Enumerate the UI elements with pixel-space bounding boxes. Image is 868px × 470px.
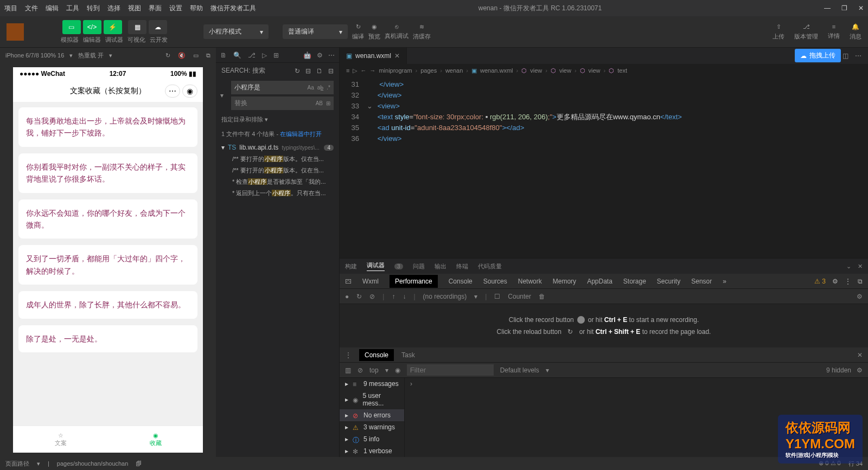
- split-icon[interactable]: ◫: [843, 52, 848, 60]
- device-selector[interactable]: iPhone 6/7/8 100% 16: [5, 52, 64, 59]
- popout-icon[interactable]: ⧉: [206, 52, 210, 59]
- menu-item[interactable]: 帮助: [190, 4, 203, 13]
- menu-item[interactable]: 编辑: [46, 4, 59, 13]
- tab-console[interactable]: Console: [449, 278, 473, 285]
- record-icon[interactable]: ●: [345, 293, 349, 300]
- tab-wxml[interactable]: Wxml: [362, 278, 379, 285]
- console-filter-row[interactable]: ▸1 verbose: [340, 445, 404, 457]
- file-tab[interactable]: ▣ wenan.wxml ✕: [340, 48, 407, 64]
- avatar[interactable]: [7, 23, 24, 41]
- text-card[interactable]: 每当我勇敢地走出一步，上帝就会及时慷慨地为我，铺好下一步下坡路。: [18, 107, 197, 147]
- mute-icon[interactable]: 🔇: [178, 52, 186, 59]
- close-panel-icon[interactable]: ✕: [858, 263, 863, 270]
- more-tabs-icon[interactable]: »: [723, 278, 726, 285]
- search-input[interactable]: 小程序是Aaab̲.*: [231, 81, 334, 94]
- files-icon[interactable]: 🗎: [220, 51, 227, 59]
- preview-icon[interactable]: ◉: [372, 23, 377, 30]
- code-editor[interactable]: 313233343536 ⌄ </view> </view> <view> <t…: [340, 77, 868, 258]
- dock-icon[interactable]: ⧉: [858, 278, 863, 285]
- kebab-icon[interactable]: ⋮: [845, 278, 851, 285]
- menu-item[interactable]: 文件: [25, 4, 38, 13]
- simulator-button[interactable]: ▭: [62, 20, 81, 34]
- search-options[interactable]: 指定目录和排除 ▾: [216, 112, 339, 127]
- console-filter-row[interactable]: ▸5 info: [340, 433, 404, 445]
- compile-dropdown[interactable]: 普通编译▾: [283, 24, 348, 39]
- tab-build[interactable]: 构建: [345, 262, 357, 271]
- tab-task[interactable]: Task: [401, 351, 415, 359]
- context-dropdown[interactable]: top: [369, 366, 379, 374]
- menu-item[interactable]: 项目: [4, 4, 17, 13]
- version-icon[interactable]: ⎇: [803, 23, 810, 30]
- list-icon[interactable]: ≡: [346, 67, 349, 74]
- close-icon[interactable]: ✕: [858, 4, 864, 12]
- mode-dropdown[interactable]: 小程序模式▾: [203, 24, 269, 39]
- menu-item[interactable]: 选择: [107, 4, 120, 13]
- tab-sensor[interactable]: Sensor: [691, 278, 712, 285]
- recordings-dropdown[interactable]: (no recordings): [423, 293, 467, 300]
- download-icon[interactable]: ↓: [403, 293, 406, 300]
- more-icon[interactable]: ⋯: [855, 52, 861, 60]
- collapse-icon[interactable]: ⊟: [328, 67, 334, 75]
- tab-shoucang[interactable]: ◉收藏: [108, 426, 203, 453]
- refresh-icon[interactable]: ↻: [295, 67, 300, 75]
- reload-icon[interactable]: ↻: [567, 328, 573, 336]
- search-result-line[interactable]: /** 要打开的小程序版本。仅在当...: [216, 153, 339, 165]
- tab-debugger[interactable]: 调试器: [367, 261, 385, 271]
- levels-dropdown[interactable]: Default levels: [500, 366, 539, 374]
- gear-icon[interactable]: ⚙: [857, 366, 863, 374]
- clear-cache-icon[interactable]: ≋: [419, 23, 424, 30]
- search-result-line[interactable]: /** 要打开的小程序版本。仅在当...: [216, 165, 339, 176]
- capsule-menu-icon[interactable]: ⋯: [165, 85, 180, 98]
- device-icon[interactable]: ▭: [193, 52, 199, 59]
- text-card[interactable]: 你永远不会知道，你的哪个好友，会成为下一个微商。: [18, 199, 197, 239]
- upload-icon[interactable]: ⇧: [776, 23, 781, 30]
- maximize-icon[interactable]: ❐: [841, 4, 847, 12]
- text-card[interactable]: 又到了一切矛盾，都能用「大过年的」四个字，解决的时候了。: [18, 245, 197, 285]
- search-result-line[interactable]: * 检查小程序是否被添加至「我的...: [216, 176, 339, 188]
- refresh-icon[interactable]: ↻: [165, 52, 170, 59]
- collapse-icon[interactable]: ⌄: [846, 263, 851, 270]
- debug-icon[interactable]: ▷: [262, 51, 267, 59]
- close-tab-icon[interactable]: ✕: [394, 52, 400, 60]
- breadcrumb[interactable]: ≡ ▷ ←→ miniprogram› pages› wenan› ▣wenan…: [340, 64, 868, 77]
- details-icon[interactable]: ≡: [832, 23, 835, 30]
- tab-appdata[interactable]: AppData: [587, 278, 612, 285]
- sidebar-toggle-icon[interactable]: ▥: [345, 366, 351, 374]
- gear-icon[interactable]: ⚙: [832, 278, 838, 285]
- page-path[interactable]: pages/shouchan/shouchan: [57, 460, 129, 467]
- menu-item[interactable]: 设置: [169, 4, 182, 13]
- debugger-button[interactable]: ⚡: [104, 20, 122, 34]
- capsule-close-icon[interactable]: ◉: [182, 85, 197, 98]
- close-drawer-icon[interactable]: ✕: [857, 351, 863, 359]
- search-tab-icon[interactable]: 🔍: [233, 51, 241, 59]
- tab-storage[interactable]: Storage: [623, 278, 646, 285]
- eye-icon[interactable]: ◉: [395, 366, 400, 374]
- console-filter-row[interactable]: ▸No errors: [340, 409, 404, 421]
- cloud-button[interactable]: ☁: [149, 20, 167, 34]
- visual-button[interactable]: ▦: [128, 20, 146, 34]
- text-card[interactable]: 你别看我平时对你，一副漠不关心的样子，其实背地里说了你很多坏话。: [18, 153, 197, 193]
- warning-badge[interactable]: ⚠ 3: [814, 278, 826, 285]
- clear-icon[interactable]: ⊟: [305, 67, 311, 75]
- record-button-hint[interactable]: [577, 316, 585, 324]
- replace-toggle-icon[interactable]: ▾: [218, 89, 226, 101]
- remote-debug-icon[interactable]: ⎋: [395, 23, 399, 30]
- menu-item[interactable]: 工具: [66, 4, 79, 13]
- tab-output[interactable]: 输出: [435, 262, 446, 271]
- compile-icon[interactable]: ↻: [356, 23, 361, 30]
- trash-icon[interactable]: 🗑: [539, 293, 545, 300]
- robot-icon[interactable]: 🤖: [303, 51, 311, 59]
- search-result-line[interactable]: * 返回到上一个小程序。只有在当...: [216, 188, 339, 199]
- counter-checkbox[interactable]: Counter: [508, 293, 531, 300]
- menu-item[interactable]: 界面: [149, 4, 162, 13]
- new-file-icon[interactable]: 🗋: [316, 67, 323, 75]
- inspect-icon[interactable]: ⮹: [345, 278, 352, 285]
- console-filter-row[interactable]: ▸9 messages: [340, 378, 404, 390]
- text-card[interactable]: 成年人的世界，除了长胖，其他什么都不容易。: [18, 291, 197, 318]
- copy-icon[interactable]: 🗐: [136, 460, 142, 467]
- tab-network[interactable]: Network: [518, 278, 542, 285]
- upload-icon[interactable]: ↑: [392, 293, 395, 300]
- tab-sources[interactable]: Sources: [483, 278, 507, 285]
- settings-icon[interactable]: ⚙: [317, 51, 323, 59]
- open-in-editor-link[interactable]: 在编辑器中打开: [280, 131, 322, 137]
